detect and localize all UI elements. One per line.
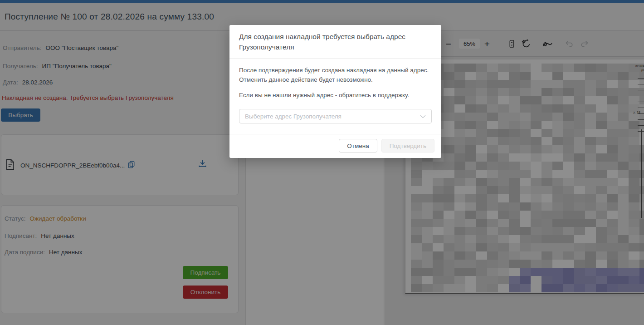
select-placeholder: Выберите адрес Грузополучателя	[245, 113, 420, 120]
modal-text-2: Если вы не нашли нужный адрес - обратите…	[239, 90, 432, 100]
modal-footer: Отмена Подтвердить	[229, 134, 441, 158]
chevron-down-icon	[420, 112, 426, 120]
cancel-button[interactable]: Отмена	[339, 139, 377, 153]
modal-body: После подтверждения будет создана наклад…	[229, 59, 441, 134]
modal-title: Для создания накладной требуется выбрать…	[239, 31, 432, 52]
consignee-address-select[interactable]: Выберите адрес Грузополучателя	[239, 109, 432, 123]
modal-text-1: После подтверждения будет создана наклад…	[239, 65, 432, 84]
confirm-button[interactable]: Подтвердить	[381, 139, 434, 153]
consignee-modal: Для создания накладной требуется выбрать…	[229, 25, 441, 158]
modal-header: Для создания накладной требуется выбрать…	[229, 25, 441, 59]
